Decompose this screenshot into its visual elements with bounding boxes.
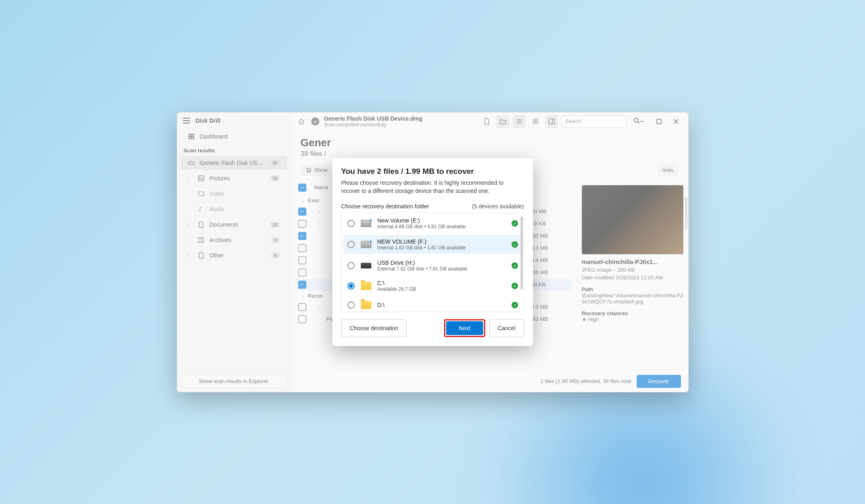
destination-option[interactable]: C:\ Available 28.7 GB ✓ (342, 276, 524, 296)
destination-option[interactable]: USB Drive (H:) External 7.61 GB disk • 7… (342, 255, 524, 276)
radio-button[interactable] (347, 262, 355, 269)
check-ok-icon: ✓ (512, 283, 518, 289)
destination-sub: Internal 1.82 GB disk • 1.82 GB availabl… (377, 245, 506, 251)
modal-subhead: Choose recovery destination folder (341, 203, 429, 210)
radio-button[interactable] (347, 301, 355, 309)
check-ok-icon: ✓ (512, 220, 518, 227)
modal-description: Please choose recovery destination. It i… (341, 179, 524, 195)
destination-option[interactable]: D:\ ✓ (342, 296, 524, 311)
destination-option[interactable]: New Volume (E:) Internal 4.88 GB disk • … (342, 213, 524, 234)
drive-icon (360, 218, 372, 228)
modal-overlay: You have 2 files / 1.99 MB to recover Pl… (177, 112, 688, 392)
destination-name: D:\ (377, 302, 506, 308)
destination-sub: External 7.61 GB disk • 7.61 GB availabl… (377, 266, 506, 272)
destination-name: NEW VOLUME (F:) (377, 238, 506, 245)
radio-button[interactable] (347, 241, 355, 248)
choose-destination-button[interactable]: Choose destination (341, 319, 407, 337)
destination-option[interactable]: NEW VOLUME (F:) Internal 1.82 GB disk • … (343, 235, 522, 254)
check-ok-icon: ✓ (512, 302, 518, 308)
destination-sub: Internal 4.88 GB disk • 4.81 GB availabl… (377, 224, 506, 229)
recovery-destination-modal: You have 2 files / 1.99 MB to recover Pl… (332, 158, 533, 346)
cancel-button[interactable]: Cancel (489, 319, 524, 337)
check-ok-icon: ✓ (512, 241, 518, 248)
folder-icon (360, 281, 372, 291)
scrollbar[interactable] (520, 216, 523, 290)
next-button-highlight: Next (444, 319, 485, 337)
next-button[interactable]: Next (446, 321, 483, 335)
destination-list: New Volume (E:) Internal 4.88 GB disk • … (341, 213, 524, 312)
modal-title: You have 2 files / 1.99 MB to recover (341, 167, 524, 176)
destination-sub: Available 28.7 GB (377, 286, 506, 292)
usb-drive-icon (360, 261, 372, 270)
app-window: Disk Drill Dashboard Scan results Generi… (177, 112, 689, 392)
radio-button[interactable] (347, 220, 355, 227)
modal-device-count: (5 devices available) (472, 203, 524, 210)
check-ok-icon: ✓ (512, 262, 518, 269)
radio-button[interactable] (347, 282, 355, 290)
folder-icon (360, 300, 372, 310)
destination-name: C:\ (377, 280, 506, 286)
destination-name: USB Drive (H:) (377, 260, 506, 266)
destination-name: New Volume (E:) (377, 217, 506, 224)
drive-icon (360, 240, 372, 249)
